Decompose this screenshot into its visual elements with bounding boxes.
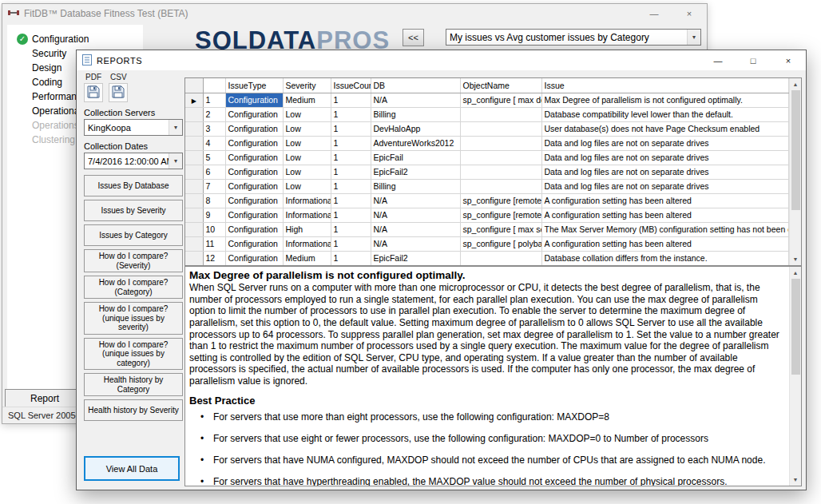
chart-dropdown[interactable]: My issues vs Avg customer issues by Cate… (446, 29, 701, 46)
header-issuecount[interactable]: IssueCount (331, 78, 371, 93)
cell-issuecount[interactable]: 1 (331, 236, 371, 251)
cell-db[interactable]: N/A (371, 193, 460, 208)
cell-issue[interactable]: A configuration setting has been altered (541, 193, 789, 208)
table-row[interactable]: ▶ 4 Configuration Low 1 AdventureWorks20… (185, 136, 789, 150)
minimize-button[interactable]: — (637, 4, 672, 23)
cell-severity[interactable]: Low (283, 121, 331, 136)
view-all-data-button[interactable]: View All Data (84, 456, 180, 481)
scrollbar-thumb[interactable] (791, 90, 800, 210)
cell-objectname[interactable] (460, 251, 541, 265)
row-selector-cell[interactable]: ▶ (185, 136, 203, 150)
cell-issuetype[interactable]: Configuration (225, 93, 283, 107)
cell-db[interactable]: EpicFail2 (371, 165, 460, 179)
row-selector-cell[interactable]: ▶ (185, 193, 203, 208)
report-type-button[interactable]: How do I compare? (unique issues by seve… (84, 302, 183, 335)
cell-issue[interactable]: Data and log files are not on separate d… (541, 150, 789, 165)
cell-objectname[interactable]: sp_configure [ max ser... (460, 222, 541, 236)
row-selector-cell[interactable]: ▶ (185, 150, 203, 165)
cell-db[interactable]: Billing (371, 179, 460, 193)
table-row[interactable]: ▶ 5 Configuration Low 1 EpicFail Data an… (185, 150, 789, 165)
header-issue[interactable]: Issue (541, 78, 789, 93)
cell-issuecount[interactable]: 1 (331, 150, 371, 165)
table-row[interactable]: ▶ 11 Configuration Informational 1 N/A s… (185, 236, 789, 251)
cell-objectname[interactable] (460, 136, 541, 150)
cell-issue[interactable]: User database(s) does not have Page Chec… (541, 121, 789, 136)
scroll-up-icon[interactable]: ▲ (790, 78, 802, 90)
cell-issue[interactable]: Data and log files are not on separate d… (541, 179, 789, 193)
cell-issuecount[interactable]: 1 (331, 179, 371, 193)
cell-issue[interactable]: A configuration setting has been altered (541, 208, 789, 222)
cell-db[interactable]: AdventureWorks2012 (371, 136, 460, 150)
reports-titlebar[interactable]: REPORTS — □ × (77, 50, 806, 70)
scroll-down-icon[interactable]: ▼ (790, 253, 802, 265)
header-db[interactable]: DB (371, 78, 460, 93)
cell-issuecount[interactable]: 1 (331, 193, 371, 208)
report-type-button[interactable]: How do I compare? (Severity) (84, 249, 183, 272)
cell-db[interactable]: N/A (371, 236, 460, 251)
cell-objectname[interactable] (460, 150, 541, 165)
cell-issuetype[interactable]: Configuration (225, 208, 283, 222)
cell-issuetype[interactable]: Configuration (225, 179, 283, 193)
cell-issuetype[interactable]: Configuration (225, 150, 283, 165)
cell-severity[interactable]: High (283, 222, 331, 236)
cell-issuecount[interactable]: 1 (331, 251, 371, 265)
row-selector-cell[interactable]: ▶ (185, 165, 203, 179)
export-csv-button[interactable] (109, 83, 128, 102)
table-row[interactable]: ▶ 12 Configuration Medium 1 EpicFail2 Da… (185, 251, 789, 265)
cell-objectname[interactable]: sp_configure [ polybas... (460, 236, 541, 251)
report-type-button[interactable]: How do I compare? (Category) (84, 276, 183, 299)
row-selector-cell[interactable]: ▶ (185, 251, 203, 265)
cell-objectname[interactable] (460, 179, 541, 193)
row-selector-cell[interactable]: ▶ (185, 208, 203, 222)
cell-severity[interactable]: Informational (283, 193, 331, 208)
cell-severity[interactable]: Informational (283, 236, 331, 251)
cell-objectname[interactable]: sp_configure [remote l... (460, 208, 541, 222)
cell-issue[interactable]: Database collation differs from the inst… (541, 251, 789, 265)
cell-severity[interactable]: Low (283, 179, 331, 193)
header-objectname[interactable]: ObjectName (460, 78, 541, 93)
report-type-button[interactable]: Issues By Database (84, 175, 183, 196)
cell-issuetype[interactable]: Configuration (225, 251, 283, 265)
table-row[interactable]: ▶ 2 Configuration Low 1 Billing Database… (185, 107, 789, 121)
table-row[interactable]: ▶ 10 Configuration High 1 N/A sp_configu… (185, 222, 789, 236)
cell-issuetype[interactable]: Configuration (225, 107, 283, 121)
export-pdf-button[interactable] (84, 83, 103, 102)
close-button[interactable]: × (672, 4, 707, 23)
row-selector-cell[interactable]: ▶ (185, 93, 203, 107)
cell-issue[interactable]: A configuration setting has been altered (541, 236, 789, 251)
cell-objectname[interactable] (460, 107, 541, 121)
cell-db[interactable]: N/A (371, 222, 460, 236)
row-selector-cell[interactable]: ▶ (185, 222, 203, 236)
cell-issuetype[interactable]: Configuration (225, 236, 283, 251)
row-selector-cell[interactable]: ▶ (185, 179, 203, 193)
table-row[interactable]: ▶ 1 Configuration Medium 1 N/A sp_config… (185, 93, 789, 107)
cell-issue[interactable]: The Max Server Memory (MB) configuration… (541, 222, 789, 236)
cell-issuetype[interactable]: Configuration (225, 165, 283, 179)
cell-issuetype[interactable]: Configuration (225, 193, 283, 208)
cell-issuecount[interactable]: 1 (331, 93, 371, 107)
table-row[interactable]: ▶ 7 Configuration Low 1 Billing Data and… (185, 179, 789, 193)
cell-objectname[interactable]: sp_configure [ max de... (460, 93, 541, 107)
cell-severity[interactable]: Medium (283, 93, 331, 107)
cell-issuecount[interactable]: 1 (331, 136, 371, 150)
cell-objectname[interactable] (460, 165, 541, 179)
cell-issuecount[interactable]: 1 (331, 208, 371, 222)
scrollbar-thumb[interactable] (791, 279, 800, 375)
detail-scrollbar[interactable]: ▲ ▼ (789, 267, 801, 486)
cell-db[interactable]: DevHaloApp (371, 121, 460, 136)
cell-issuecount[interactable]: 1 (331, 165, 371, 179)
cell-db[interactable]: EpicFail (371, 150, 460, 165)
row-selector-cell[interactable]: ▶ (185, 236, 203, 251)
cell-severity[interactable]: Low (283, 165, 331, 179)
cell-issuetype[interactable]: Configuration (225, 136, 283, 150)
collection-servers-dropdown[interactable]: KingKoopa ▾ (84, 119, 183, 136)
report-type-button[interactable]: Issues by Severity (84, 200, 183, 221)
close-button[interactable]: × (771, 50, 806, 70)
cell-issuetype[interactable]: Configuration (225, 121, 283, 136)
cell-db[interactable]: EpicFail2 (371, 251, 460, 265)
cell-issue[interactable]: Database compatibility level lower than … (541, 107, 789, 121)
grid-scrollbar[interactable]: ▲ ▼ (789, 78, 801, 265)
cell-issuecount[interactable]: 1 (331, 107, 371, 121)
minimize-button[interactable]: — (700, 50, 736, 70)
cell-severity[interactable]: Low (283, 150, 331, 165)
